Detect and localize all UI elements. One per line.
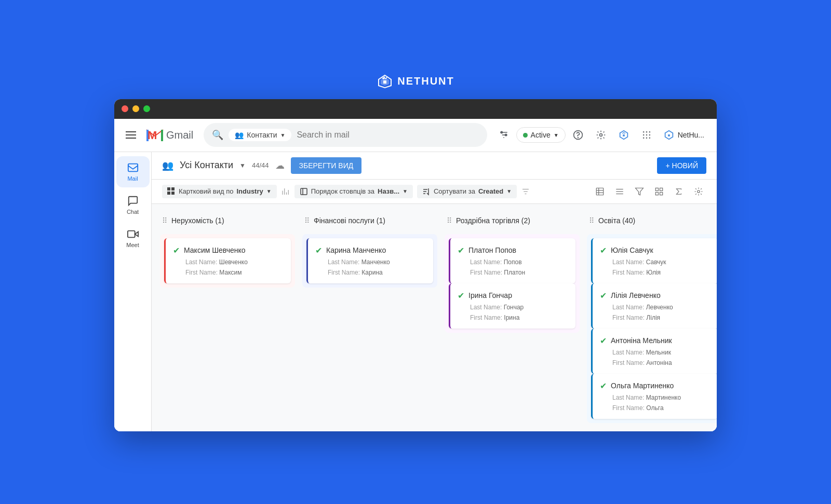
contacts-filter-pill[interactable]: 👥 Контакти ▼	[229, 129, 291, 141]
check-icon: ✔	[173, 246, 180, 255]
grid-view-btn[interactable]	[651, 184, 667, 199]
table-row[interactable]: ✔ Ольга Мартиненко Last Name: Мартиненко…	[591, 374, 717, 419]
card-last-name-field: Last Name: Мельник	[600, 349, 711, 356]
table-row[interactable]: ✔ Юлія Савчук Last Name: Савчук First Na…	[591, 238, 717, 283]
more-settings-btn[interactable]	[691, 184, 706, 199]
table-row[interactable]: ✔ Ірина Гончар Last Name: Гончар First N…	[449, 283, 575, 329]
sort-option[interactable]: Сортувати за Created ▼	[417, 185, 517, 198]
kanban-column-col4: ⠿ Освіта (40) ✔ Юлія Савчук Last Name: С…	[587, 212, 717, 423]
column-header-col4: ⠿ Освіта (40)	[587, 212, 717, 229]
main-area: Mail Chat Meet 👥 Усі Контакти ▼	[114, 152, 717, 431]
apps-button[interactable]	[636, 125, 657, 145]
sidebar-item-chat[interactable]: Chat	[116, 189, 150, 221]
table-row[interactable]: ✔ Карина Манченко Last Name: Манченко Fi…	[306, 238, 433, 283]
table-row[interactable]: ✔ Максим Шевченко Last Name: Шевченко Fi…	[164, 238, 291, 283]
filter-btn[interactable]	[632, 184, 647, 199]
column-title: Фінансові послуги (1)	[314, 216, 385, 225]
sort-label: Сортувати за	[434, 187, 475, 195]
column-bg-col3: ✔ Платон Попов Last Name: Попов First Na…	[445, 234, 580, 333]
column-header-col3: ⠿ Роздрібна торгівля (2)	[445, 212, 580, 229]
card-view-option[interactable]: Картковий вид по Industry ▼	[162, 185, 277, 198]
card-name: ✔ Карина Манченко	[315, 246, 426, 255]
column-drag-icon: ⠿	[447, 216, 452, 225]
hamburger-menu-button[interactable]	[123, 127, 139, 143]
sort-field: Created	[478, 187, 503, 195]
view-type-label: Картковий вид по	[179, 187, 233, 195]
check-icon: ✔	[600, 336, 607, 346]
table-row[interactable]: ✔ Антоніна Мельник Last Name: Мельник Fi…	[591, 329, 717, 374]
save-view-button[interactable]: ЗБЕРЕГТИ ВИД	[291, 157, 362, 174]
contacts-toolbar-icon: 👥	[162, 160, 173, 171]
column-header-col1: ⠿ Нерухомість (1)	[160, 212, 295, 229]
card-last-name-field: Last Name: Мартиненко	[600, 394, 711, 401]
kanban-column-col2: ⠿ Фінансові послуги (1) ✔ Карина Манченк…	[302, 212, 437, 423]
view-dropdown-icon[interactable]: ▼	[266, 188, 272, 194]
search-input[interactable]	[297, 130, 478, 140]
columns-order-option[interactable]: Порядок стовпців за Назв... ▼	[294, 185, 413, 198]
sum-btn[interactable]	[671, 184, 687, 199]
kanban-board: ⠿ Нерухомість (1) ✔ Максим Шевченко Last…	[152, 204, 717, 431]
gmail-sidebar: Mail Chat Meet	[114, 152, 152, 431]
svg-rect-48	[660, 188, 663, 190]
svg-point-13	[649, 131, 650, 133]
nethunt-account-badge[interactable]: NetHu...	[659, 127, 708, 143]
card-first-name-field: First Name: Ольга	[600, 404, 711, 412]
column-drag-icon: ⠿	[589, 216, 594, 225]
column-bg-col1: ✔ Максим Шевченко Last Name: Шевченко Fi…	[160, 234, 295, 288]
svg-point-9	[578, 138, 578, 138]
svg-point-6	[501, 131, 502, 133]
card-name: ✔ Платон Попов	[458, 246, 568, 255]
cloud-sync-icon[interactable]: ☁	[275, 160, 285, 171]
filter-settings-button[interactable]	[493, 125, 514, 145]
column-title: Нерухомість (1)	[171, 216, 224, 225]
sidebar-item-mail[interactable]: Mail	[116, 156, 150, 187]
search-bar[interactable]: 🔍 👥 Контакти ▼	[204, 123, 487, 147]
sidebar-item-meet[interactable]: Meet	[116, 223, 150, 254]
column-drag-icon: ⠿	[162, 216, 167, 225]
contacts-toolbar: 👥 Усі Контакти ▼ 44/44 ☁ ЗБЕРЕГТИ ВИД + …	[152, 152, 717, 180]
svg-marker-21	[135, 231, 138, 236]
card-first-name-field: First Name: Антоніна	[600, 359, 711, 366]
list-view-btn[interactable]	[612, 184, 627, 199]
columns-dropdown-icon[interactable]: ▼	[403, 188, 408, 194]
card-name: ✔ Юлія Савчук	[600, 246, 711, 255]
svg-point-19	[649, 138, 650, 139]
nethunt-top-logo: NETHUNT	[377, 73, 454, 90]
active-status-badge[interactable]: Active ▼	[516, 127, 566, 143]
active-dot-icon	[523, 133, 528, 138]
table-row[interactable]: ✔ Платон Попов Last Name: Попов First Na…	[449, 238, 575, 283]
card-name: ✔ Антоніна Мельник	[600, 336, 711, 346]
contacts-dropdown-icon: ▼	[280, 132, 285, 138]
sort-dropdown-icon[interactable]: ▼	[506, 188, 512, 194]
nethunt-account-label: NetHu...	[678, 131, 704, 139]
nethunt-icon-button[interactable]	[613, 125, 634, 145]
columns-label: Порядок стовпців за	[311, 187, 374, 195]
toolbar-right	[592, 184, 706, 199]
card-last-name-field: Last Name: Шевченко	[173, 258, 284, 266]
card-first-name-field: First Name: Лілія	[600, 314, 711, 321]
card-last-name-field: Last Name: Гончар	[458, 304, 568, 311]
card-last-name-field: Last Name: Манченко	[315, 258, 426, 266]
card-name: ✔ Ірина Гончар	[458, 291, 568, 301]
contacts-count: 44/44	[252, 161, 269, 169]
contacts-title-dropdown[interactable]: ▼	[239, 162, 246, 169]
active-label: Active	[531, 131, 551, 139]
maximize-window-button[interactable]	[143, 105, 150, 112]
svg-point-10	[599, 134, 602, 137]
card-first-name-field: First Name: Юлія	[600, 269, 711, 276]
new-contact-button[interactable]: + НОВИЙ	[657, 157, 706, 174]
contacts-title: Усі Контакти	[180, 160, 233, 171]
contacts-people-icon: 👥	[235, 131, 244, 139]
svg-rect-20	[128, 164, 137, 171]
table-row[interactable]: ✔ Лілія Левченко Last Name: Левченко Fir…	[591, 283, 717, 329]
close-window-button[interactable]	[122, 105, 128, 112]
help-button[interactable]	[568, 125, 588, 145]
card-name: ✔ Максим Шевченко	[173, 246, 284, 255]
settings-button[interactable]	[591, 125, 611, 145]
table-view-btn[interactable]	[592, 184, 608, 199]
sidebar-mail-label: Mail	[127, 175, 138, 182]
columns-field: Назв...	[378, 187, 399, 195]
gmail-label: Gmail	[166, 129, 193, 141]
check-icon: ✔	[458, 246, 464, 255]
minimize-window-button[interactable]	[132, 105, 139, 112]
